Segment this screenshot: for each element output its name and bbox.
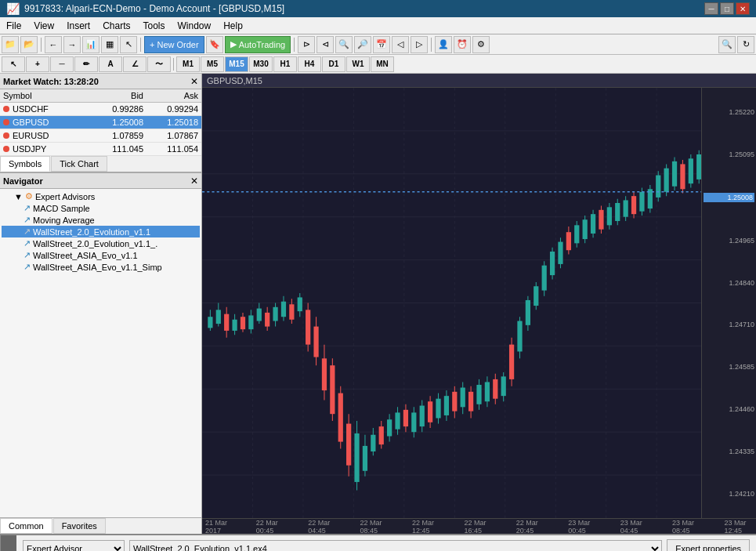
svg-rect-97 bbox=[517, 321, 522, 352]
chart-area: GBPUSD,M15 bbox=[202, 74, 756, 534]
navigator-title: Navigator bbox=[3, 176, 43, 186]
menu-file[interactable]: File bbox=[0, 19, 27, 33]
tf-mn[interactable]: MN bbox=[371, 56, 394, 72]
new-order-button[interactable]: + New Order bbox=[144, 36, 204, 53]
tf-w1[interactable]: W1 bbox=[346, 56, 370, 72]
svg-rect-49 bbox=[322, 358, 327, 390]
autotrading-icon: ▶ bbox=[230, 39, 237, 49]
close-button[interactable]: ✕ bbox=[736, 2, 750, 15]
mw-row-usdchf[interactable]: USDCHF 0.99286 0.99294 bbox=[0, 103, 201, 116]
cursor-button[interactable]: ↖ bbox=[120, 36, 137, 53]
open-button[interactable]: 📂 bbox=[20, 36, 38, 53]
nav-tab-favorites[interactable]: Favorites bbox=[53, 518, 106, 534]
indicator-button[interactable]: 📊 bbox=[82, 36, 99, 53]
order-icon[interactable]: 🔖 bbox=[206, 36, 223, 53]
price-2: 1.25095 bbox=[704, 150, 754, 158]
nav-item-wsasia-simp[interactable]: ↗ WallStreet_ASIA_Evo_v1.1_Simp bbox=[2, 261, 200, 273]
nav-item-ea-root[interactable]: ▼ ⚙ Expert Advisors bbox=[2, 190, 200, 202]
wave-button[interactable]: 〜 bbox=[147, 56, 171, 72]
nav-tab-common[interactable]: Common bbox=[0, 518, 52, 534]
mw-bid-usdjpy: 111.045 bbox=[81, 144, 143, 154]
back-button[interactable]: ← bbox=[45, 36, 62, 53]
tf-m15[interactable]: M15 bbox=[225, 56, 248, 72]
new-profile-button[interactable]: 📁 bbox=[2, 36, 19, 53]
market-watch-header: Market Watch: 13:28:20 ✕ bbox=[0, 74, 201, 89]
nav-wsasia-simp-icon: ↗ bbox=[24, 262, 31, 272]
expert-properties-button[interactable]: Expert properties bbox=[667, 539, 750, 551]
left-panel: Market Watch: 13:28:20 ✕ Symbol Bid Ask … bbox=[0, 74, 202, 534]
svg-rect-27 bbox=[232, 320, 237, 331]
tf-m30[interactable]: M30 bbox=[249, 56, 273, 72]
mw-row-gbpusd[interactable]: GBPUSD 1.25008 1.25018 bbox=[0, 116, 201, 129]
svg-rect-127 bbox=[639, 192, 644, 212]
chart-canvas[interactable]: 1.25220 1.25095 1.25008 1.24965 1.24840 … bbox=[202, 88, 756, 518]
nav-item-ws20-v11[interactable]: ↗ WallStreet_2.0_Evolution_v1.1_. bbox=[2, 237, 200, 249]
menu-tools[interactable]: Tools bbox=[137, 19, 172, 33]
chart-right-button[interactable]: ▷ bbox=[411, 36, 428, 53]
zoom-out-button[interactable]: 🔎 bbox=[354, 36, 371, 53]
clock-button[interactable]: ⏰ bbox=[454, 36, 471, 53]
chart-type-button[interactable]: ▦ bbox=[101, 36, 118, 53]
svg-rect-131 bbox=[656, 176, 660, 198]
time-0: 21 Mar 2017 bbox=[205, 519, 233, 535]
mw-row-eurusd[interactable]: EURUSD 1.07859 1.07867 bbox=[0, 129, 201, 143]
angle-button[interactable]: ∠ bbox=[123, 56, 146, 72]
line-button[interactable]: ─ bbox=[50, 56, 74, 72]
mw-row-usdjpy[interactable]: USDJPY 111.045 111.054 bbox=[0, 143, 201, 156]
nav-ws20-v1-icon: ↗ bbox=[24, 227, 31, 237]
restore-button[interactable]: □ bbox=[720, 2, 734, 15]
arrow-button[interactable]: ↖ bbox=[2, 56, 25, 72]
title-bar: 📈 9917833: Alpari-ECN-Demo - Demo Accoun… bbox=[0, 0, 756, 17]
text-button[interactable]: A bbox=[99, 56, 122, 72]
tf-d1[interactable]: D1 bbox=[322, 56, 345, 72]
menu-insert[interactable]: Insert bbox=[60, 19, 96, 33]
col-symbol: Symbol bbox=[3, 91, 81, 100]
autotrading-button[interactable]: ▶ AutoTrading bbox=[225, 36, 291, 53]
tf-m1[interactable]: M1 bbox=[176, 56, 200, 72]
settings-button[interactable]: ⚙ bbox=[472, 36, 490, 53]
expert-advisor-select[interactable]: WallStreet_2.0_Evolution_v1.1.ex4 bbox=[129, 540, 662, 551]
expert-advisor-type-select[interactable]: Expert Advisor bbox=[23, 540, 125, 551]
chart-left-button[interactable]: ◁ bbox=[392, 36, 409, 53]
menu-help[interactable]: Help bbox=[217, 19, 249, 33]
market-watch-close[interactable]: ✕ bbox=[190, 76, 198, 87]
svg-rect-47 bbox=[313, 327, 318, 357]
svg-rect-95 bbox=[509, 345, 514, 379]
svg-rect-61 bbox=[371, 435, 375, 451]
account-button[interactable]: 👤 bbox=[435, 36, 452, 53]
autoscroll-button[interactable]: ⊲ bbox=[317, 36, 334, 53]
menu-view[interactable]: View bbox=[27, 19, 60, 33]
nav-item-ws20-v1[interactable]: ↗ WallStreet_2.0_Evolution_v1.1 bbox=[2, 226, 200, 237]
nav-item-ma[interactable]: ↗ Moving Average bbox=[2, 214, 200, 226]
periodicity-button[interactable]: 📅 bbox=[373, 36, 390, 53]
nav-item-wsasia-v1[interactable]: ↗ WallStreet_ASIA_Evo_v1.1 bbox=[2, 249, 200, 261]
chart-svg bbox=[202, 88, 756, 518]
window-controls[interactable]: ─ □ ✕ bbox=[704, 2, 750, 15]
svg-rect-41 bbox=[289, 304, 294, 319]
minimize-button[interactable]: ─ bbox=[704, 2, 718, 15]
tf-h1[interactable]: H1 bbox=[273, 56, 297, 72]
svg-rect-91 bbox=[493, 379, 497, 399]
refresh-button[interactable]: ↻ bbox=[737, 36, 754, 53]
pencil-button[interactable]: ✏ bbox=[74, 56, 98, 72]
search-button[interactable]: 🔍 bbox=[718, 36, 736, 53]
tf-h4[interactable]: H4 bbox=[298, 56, 321, 72]
svg-rect-99 bbox=[526, 300, 530, 325]
crosshair-button[interactable]: + bbox=[26, 56, 49, 72]
nav-item-macd[interactable]: ↗ MACD Sample bbox=[2, 202, 200, 214]
svg-rect-71 bbox=[411, 412, 416, 432]
tab-tick-chart[interactable]: Tick Chart bbox=[51, 156, 107, 172]
tab-symbols[interactable]: Symbols bbox=[0, 156, 50, 172]
svg-rect-29 bbox=[241, 317, 245, 329]
svg-rect-35 bbox=[265, 313, 269, 327]
navigator-close[interactable]: ✕ bbox=[190, 176, 198, 187]
chart-shift-button[interactable]: ⊳ bbox=[298, 36, 315, 53]
zoom-in-button[interactable]: 🔍 bbox=[335, 36, 353, 53]
forward-button[interactable]: → bbox=[63, 36, 81, 53]
menu-charts[interactable]: Charts bbox=[96, 19, 136, 33]
svg-rect-123 bbox=[624, 200, 628, 216]
svg-rect-33 bbox=[257, 309, 262, 321]
menu-window[interactable]: Window bbox=[172, 19, 218, 33]
nav-ws20-v11-icon: ↗ bbox=[24, 238, 31, 248]
tf-m5[interactable]: M5 bbox=[201, 56, 224, 72]
